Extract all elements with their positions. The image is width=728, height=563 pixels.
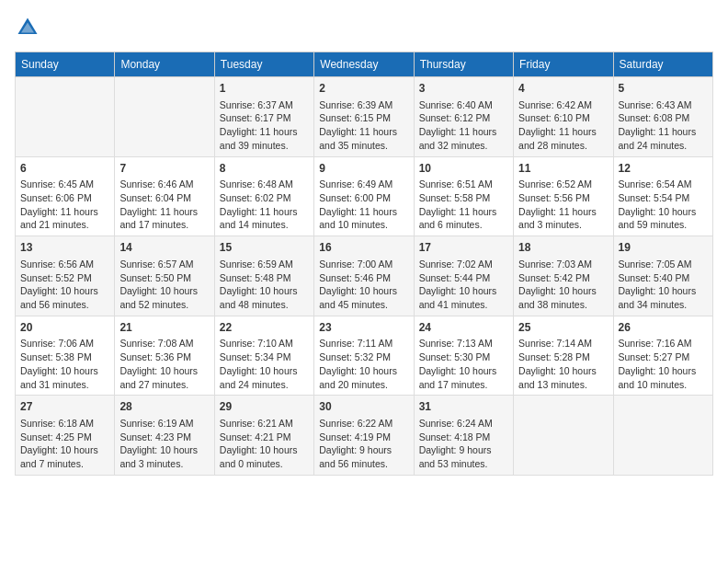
calendar-cell: 18Sunrise: 7:03 AM Sunset: 5:42 PM Dayli… (514, 236, 613, 316)
calendar-cell: 26Sunrise: 7:16 AM Sunset: 5:27 PM Dayli… (613, 316, 712, 396)
day-info: Sunrise: 6:19 AM Sunset: 4:23 PM Dayligh… (119, 417, 209, 471)
logo (15, 15, 44, 40)
day-info: Sunrise: 6:54 AM Sunset: 5:54 PM Dayligh… (619, 178, 708, 232)
day-number: 1 (220, 81, 309, 97)
calendar-cell: 12Sunrise: 6:54 AM Sunset: 5:54 PM Dayli… (613, 156, 712, 236)
calendar-cell: 9Sunrise: 6:49 AM Sunset: 6:00 PM Daylig… (314, 156, 414, 236)
day-number: 16 (319, 240, 408, 256)
day-number: 18 (518, 240, 608, 256)
calendar-week-row: 27Sunrise: 6:18 AM Sunset: 4:25 PM Dayli… (16, 396, 713, 476)
day-info: Sunrise: 7:11 AM Sunset: 5:32 PM Dayligh… (319, 337, 408, 391)
calendar-cell: 8Sunrise: 6:48 AM Sunset: 6:02 PM Daylig… (214, 156, 313, 236)
day-number: 25 (518, 320, 608, 336)
day-number: 29 (220, 399, 309, 415)
calendar-cell: 6Sunrise: 6:45 AM Sunset: 6:06 PM Daylig… (16, 156, 115, 236)
day-info: Sunrise: 6:40 AM Sunset: 6:12 PM Dayligh… (419, 98, 508, 153)
weekday-header-tuesday: Tuesday (214, 52, 313, 77)
logo-icon (15, 15, 40, 40)
day-info: Sunrise: 6:46 AM Sunset: 6:04 PM Dayligh… (119, 178, 209, 232)
weekday-header-saturday: Saturday (613, 52, 712, 77)
calendar-cell: 21Sunrise: 7:08 AM Sunset: 5:36 PM Dayli… (115, 316, 214, 396)
day-number: 11 (518, 161, 608, 177)
day-info: Sunrise: 6:48 AM Sunset: 6:02 PM Dayligh… (220, 178, 309, 232)
calendar-cell: 23Sunrise: 7:11 AM Sunset: 5:32 PM Dayli… (314, 316, 414, 396)
day-number: 15 (220, 240, 309, 256)
day-number: 17 (419, 240, 508, 256)
day-number: 31 (419, 399, 508, 415)
calendar-cell: 3Sunrise: 6:40 AM Sunset: 6:12 PM Daylig… (414, 77, 513, 157)
day-info: Sunrise: 6:18 AM Sunset: 4:25 PM Dayligh… (20, 417, 109, 471)
calendar-week-row: 1Sunrise: 6:37 AM Sunset: 6:17 PM Daylig… (16, 77, 713, 157)
calendar-cell: 5Sunrise: 6:43 AM Sunset: 6:08 PM Daylig… (613, 77, 712, 157)
day-number: 7 (119, 161, 209, 177)
day-info: Sunrise: 6:39 AM Sunset: 6:15 PM Dayligh… (319, 98, 408, 153)
calendar-cell (115, 77, 214, 157)
calendar-cell: 2Sunrise: 6:39 AM Sunset: 6:15 PM Daylig… (314, 77, 414, 157)
day-number: 12 (619, 161, 708, 177)
day-info: Sunrise: 6:42 AM Sunset: 6:10 PM Dayligh… (518, 98, 608, 153)
day-info: Sunrise: 6:57 AM Sunset: 5:50 PM Dayligh… (119, 258, 209, 312)
day-number: 4 (518, 81, 608, 97)
day-number: 6 (20, 161, 109, 177)
day-info: Sunrise: 7:06 AM Sunset: 5:38 PM Dayligh… (20, 337, 109, 391)
day-number: 28 (119, 399, 209, 415)
calendar-cell: 31Sunrise: 6:24 AM Sunset: 4:18 PM Dayli… (414, 396, 513, 476)
day-info: Sunrise: 7:16 AM Sunset: 5:27 PM Dayligh… (619, 337, 708, 391)
day-number: 13 (20, 240, 109, 256)
day-info: Sunrise: 6:37 AM Sunset: 6:17 PM Dayligh… (220, 98, 309, 153)
calendar-cell: 19Sunrise: 7:05 AM Sunset: 5:40 PM Dayli… (613, 236, 712, 316)
day-number: 30 (319, 399, 408, 415)
day-info: Sunrise: 6:22 AM Sunset: 4:19 PM Dayligh… (319, 417, 408, 471)
weekday-header-friday: Friday (514, 52, 613, 77)
calendar-cell: 17Sunrise: 7:02 AM Sunset: 5:44 PM Dayli… (414, 236, 513, 316)
day-info: Sunrise: 6:52 AM Sunset: 5:56 PM Dayligh… (518, 178, 608, 232)
calendar-week-row: 6Sunrise: 6:45 AM Sunset: 6:06 PM Daylig… (16, 156, 713, 236)
calendar-cell: 7Sunrise: 6:46 AM Sunset: 6:04 PM Daylig… (115, 156, 214, 236)
day-number: 24 (419, 320, 508, 336)
day-info: Sunrise: 7:13 AM Sunset: 5:30 PM Dayligh… (419, 337, 508, 391)
day-number: 27 (20, 399, 109, 415)
day-info: Sunrise: 6:21 AM Sunset: 4:21 PM Dayligh… (220, 417, 309, 471)
day-info: Sunrise: 7:03 AM Sunset: 5:42 PM Dayligh… (518, 258, 608, 312)
day-number: 21 (119, 320, 209, 336)
day-info: Sunrise: 7:08 AM Sunset: 5:36 PM Dayligh… (119, 337, 209, 391)
calendar-cell: 24Sunrise: 7:13 AM Sunset: 5:30 PM Dayli… (414, 316, 513, 396)
day-info: Sunrise: 6:51 AM Sunset: 5:58 PM Dayligh… (419, 178, 508, 232)
calendar-cell: 29Sunrise: 6:21 AM Sunset: 4:21 PM Dayli… (214, 396, 313, 476)
calendar-cell: 28Sunrise: 6:19 AM Sunset: 4:23 PM Dayli… (115, 396, 214, 476)
calendar-cell: 14Sunrise: 6:57 AM Sunset: 5:50 PM Dayli… (115, 236, 214, 316)
calendar-cell: 15Sunrise: 6:59 AM Sunset: 5:48 PM Dayli… (214, 236, 313, 316)
day-number: 2 (319, 81, 408, 97)
calendar-cell: 10Sunrise: 6:51 AM Sunset: 5:58 PM Dayli… (414, 156, 513, 236)
calendar-cell: 1Sunrise: 6:37 AM Sunset: 6:17 PM Daylig… (214, 77, 313, 157)
day-number: 3 (419, 81, 508, 97)
page-header (15, 15, 713, 40)
calendar-cell: 30Sunrise: 6:22 AM Sunset: 4:19 PM Dayli… (314, 396, 414, 476)
calendar-cell: 11Sunrise: 6:52 AM Sunset: 5:56 PM Dayli… (514, 156, 613, 236)
day-info: Sunrise: 6:56 AM Sunset: 5:52 PM Dayligh… (20, 258, 109, 312)
day-number: 26 (619, 320, 708, 336)
calendar-cell: 13Sunrise: 6:56 AM Sunset: 5:52 PM Dayli… (16, 236, 115, 316)
weekday-header-sunday: Sunday (16, 52, 115, 77)
calendar-cell: 27Sunrise: 6:18 AM Sunset: 4:25 PM Dayli… (16, 396, 115, 476)
day-number: 14 (119, 240, 209, 256)
day-number: 20 (20, 320, 109, 336)
calendar-cell: 20Sunrise: 7:06 AM Sunset: 5:38 PM Dayli… (16, 316, 115, 396)
day-info: Sunrise: 7:00 AM Sunset: 5:46 PM Dayligh… (319, 258, 408, 312)
day-number: 5 (619, 81, 708, 97)
day-info: Sunrise: 6:59 AM Sunset: 5:48 PM Dayligh… (220, 258, 309, 312)
day-number: 22 (220, 320, 309, 336)
calendar-cell (613, 396, 712, 476)
calendar-table: SundayMondayTuesdayWednesdayThursdayFrid… (15, 52, 713, 476)
calendar-week-row: 20Sunrise: 7:06 AM Sunset: 5:38 PM Dayli… (16, 316, 713, 396)
calendar-cell: 4Sunrise: 6:42 AM Sunset: 6:10 PM Daylig… (514, 77, 613, 157)
day-info: Sunrise: 6:45 AM Sunset: 6:06 PM Dayligh… (20, 178, 109, 232)
weekday-header-monday: Monday (115, 52, 214, 77)
calendar-cell: 25Sunrise: 7:14 AM Sunset: 5:28 PM Dayli… (514, 316, 613, 396)
weekday-header-thursday: Thursday (414, 52, 513, 77)
day-number: 8 (220, 161, 309, 177)
day-info: Sunrise: 6:43 AM Sunset: 6:08 PM Dayligh… (619, 98, 708, 153)
day-info: Sunrise: 6:49 AM Sunset: 6:00 PM Dayligh… (319, 178, 408, 232)
weekday-header-row: SundayMondayTuesdayWednesdayThursdayFrid… (16, 52, 713, 77)
day-number: 9 (319, 161, 408, 177)
